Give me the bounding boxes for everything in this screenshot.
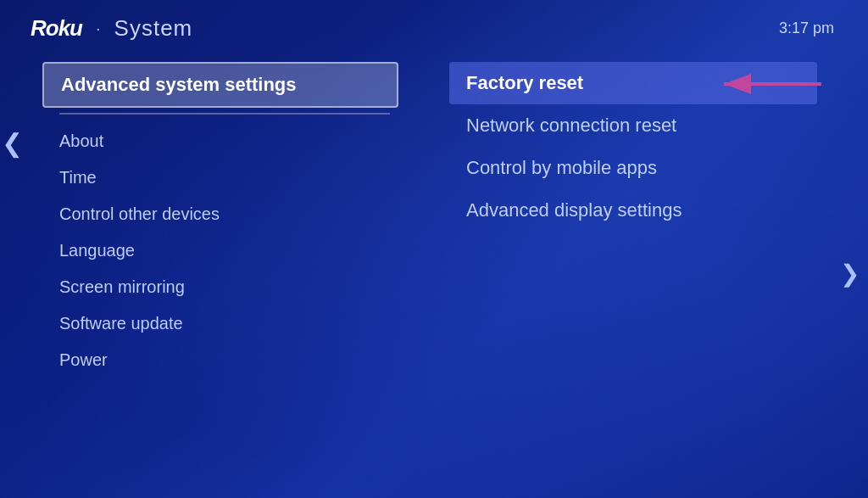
menu-divider (59, 113, 390, 115)
list-item[interactable]: Power (59, 342, 415, 378)
left-nav-arrow[interactable]: ❮ (2, 128, 23, 158)
right-nav-arrow[interactable]: ❯ (840, 259, 860, 287)
list-item[interactable]: Language (59, 232, 415, 269)
main-content: ❮ Advanced system settings About Time Co… (0, 53, 868, 492)
roku-logo: Roku (31, 15, 82, 42)
arrow-annotation (715, 69, 826, 99)
header-left: Roku · System (31, 15, 192, 42)
header-separator: · (96, 19, 101, 38)
selected-left-menu-item[interactable]: Advanced system settings (42, 62, 398, 108)
list-item[interactable]: Screen mirroring (59, 269, 415, 305)
right-menu-list: Factory reset Network connection reset C… (449, 62, 817, 232)
right-list-item-network-reset[interactable]: Network connection reset (449, 104, 817, 147)
right-panel: Factory reset Network connection reset C… (432, 53, 868, 492)
left-menu-list: About Time Control other devices Languag… (17, 123, 415, 378)
right-list-item-display-settings[interactable]: Advanced display settings (449, 189, 817, 232)
list-item[interactable]: Control other devices (59, 196, 415, 232)
left-panel: ❮ Advanced system settings About Time Co… (0, 53, 432, 492)
list-item[interactable]: About (59, 123, 415, 159)
list-item[interactable]: Software update (59, 305, 415, 342)
list-item[interactable]: Time (59, 159, 415, 196)
right-list-item-mobile-apps[interactable]: Control by mobile apps (449, 147, 817, 189)
clock-display: 3:17 pm (779, 20, 834, 37)
page-title: System (114, 15, 193, 42)
right-list-item-factory-reset[interactable]: Factory reset (449, 62, 817, 104)
header: Roku · System 3:17 pm (0, 0, 868, 53)
